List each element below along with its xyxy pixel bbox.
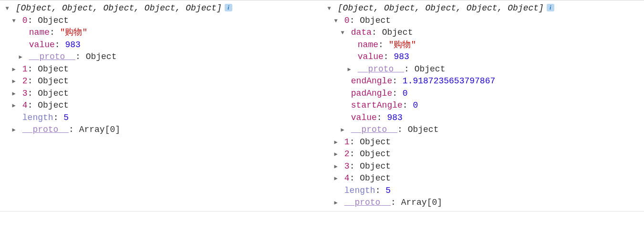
chevron-right-icon[interactable]: ▶: [332, 149, 339, 161]
tree-row[interactable]: value: 983: [326, 112, 644, 124]
object-index: 2: [344, 149, 350, 159]
tree-row[interactable]: ▶ __proto__: Object: [4, 51, 322, 63]
object-index: 3: [344, 161, 350, 171]
chevron-right-icon[interactable]: ▶: [10, 64, 17, 76]
length-key: length: [344, 186, 375, 195]
console-object-right: ▼ [Object, Object, Object, Object, Objec…: [322, 2, 644, 209]
chevron-down-icon[interactable]: ▼: [339, 27, 346, 40]
chevron-right-icon[interactable]: ▶: [10, 124, 17, 137]
tree-row[interactable]: name: "购物": [326, 39, 644, 51]
tree-row[interactable]: ▶ __proto__: Array[0]: [326, 197, 644, 209]
object-index: 2: [22, 76, 28, 86]
prop-value: 1.9187235653797867: [403, 76, 495, 86]
proto-key: __proto__: [351, 125, 397, 134]
tree-row[interactable]: ▶ 4: Object: [326, 172, 644, 185]
object-type: Object: [382, 28, 413, 37]
proto-key: __proto__: [358, 64, 404, 74]
object-index: 0: [344, 16, 350, 25]
prop-key: padAngle: [351, 89, 392, 98]
proto-value: Object: [86, 52, 117, 61]
prop-value: 983: [65, 40, 80, 50]
tree-row[interactable]: ▶ 1: Object: [4, 63, 322, 76]
length-key: length: [22, 113, 53, 122]
chevron-right-icon[interactable]: ▶: [332, 173, 339, 185]
array-summary-row[interactable]: ▼ [Object, Object, Object, Object, Objec…: [4, 2, 322, 15]
prop-value: 0: [413, 100, 418, 110]
prop-key: value: [29, 40, 55, 50]
tree-row[interactable]: ▶ 3: Object: [326, 161, 644, 173]
console-output: ▼ [Object, Object, Object, Object, Objec…: [0, 0, 644, 211]
prop-key: endAngle: [351, 76, 392, 86]
proto-key: __proto__: [22, 125, 69, 134]
array-summary-row[interactable]: ▼ [Object, Object, Object, Object, Objec…: [326, 2, 644, 15]
chevron-down-icon[interactable]: ▼: [4, 3, 10, 15]
object-index: 0: [22, 16, 28, 25]
object-index: 4: [22, 100, 28, 110]
prop-value: 0: [403, 89, 408, 98]
tree-row[interactable]: ▶ 3: Object: [4, 88, 322, 100]
array-summary: [Object, Object, Object, Object, Object]: [338, 3, 544, 13]
proto-value: Array[0]: [401, 198, 442, 207]
chevron-right-icon[interactable]: ▶: [332, 137, 339, 149]
info-icon[interactable]: i: [547, 4, 554, 11]
object-index: 4: [344, 173, 350, 183]
chevron-down-icon[interactable]: ▼: [332, 15, 339, 28]
tree-row[interactable]: ▼ 0: Object: [326, 15, 644, 27]
chevron-down-icon[interactable]: ▼: [10, 15, 17, 28]
tree-row[interactable]: value: 983: [326, 51, 644, 63]
tree-row[interactable]: ▶ 4: Object: [4, 100, 322, 112]
tree-row[interactable]: ▼ 0: Object: [4, 15, 322, 27]
console-object-left: ▼ [Object, Object, Object, Object, Objec…: [0, 2, 322, 209]
tree-row[interactable]: name: "购物": [4, 27, 322, 39]
prop-value: 983: [394, 52, 409, 61]
tree-row[interactable]: ▶ 1: Object: [326, 136, 644, 149]
length-value: 5: [63, 113, 69, 122]
tree-row[interactable]: ▶ __proto__: Object: [326, 124, 644, 136]
tree-row[interactable]: ▼ data: Object: [326, 27, 644, 39]
proto-value: Array[0]: [79, 125, 120, 134]
prop-key: value: [351, 113, 377, 122]
prop-key: data: [351, 28, 372, 37]
array-summary: [Object, Object, Object, Object, Object]: [16, 3, 222, 13]
object-index: 1: [22, 64, 28, 74]
length-value: 5: [385, 186, 391, 195]
chevron-right-icon[interactable]: ▶: [10, 76, 17, 88]
chevron-right-icon[interactable]: ▶: [332, 197, 339, 210]
chevron-right-icon[interactable]: ▶: [17, 51, 24, 64]
object-index: 3: [22, 89, 28, 98]
object-index: 1: [344, 137, 350, 147]
proto-value: Object: [408, 125, 439, 134]
prop-key: name: [358, 40, 378, 50]
prop-key: name: [29, 28, 50, 37]
chevron-right-icon[interactable]: ▶: [339, 124, 346, 137]
tree-row[interactable]: ▶ __proto__: Object: [326, 63, 644, 76]
object-type: Object: [360, 16, 391, 25]
tree-row[interactable]: length: 5: [326, 185, 644, 197]
proto-key: __proto__: [29, 52, 75, 61]
tree-row[interactable]: endAngle: 1.9187235653797867: [326, 75, 644, 88]
prop-value: "购物": [389, 40, 416, 50]
proto-key: __proto__: [344, 198, 391, 207]
proto-value: Object: [415, 64, 446, 74]
tree-row[interactable]: padAngle: 0: [326, 88, 644, 100]
prop-key: value: [358, 52, 384, 61]
chevron-right-icon[interactable]: ▶: [332, 161, 339, 173]
prop-key: startAngle: [351, 100, 403, 110]
tree-row[interactable]: ▶ 2: Object: [326, 148, 644, 161]
info-icon[interactable]: i: [225, 4, 232, 11]
object-type: Object: [38, 16, 69, 25]
chevron-right-icon[interactable]: ▶: [10, 88, 17, 100]
prop-value: "购物": [60, 28, 88, 37]
chevron-right-icon[interactable]: ▶: [10, 100, 17, 112]
tree-row[interactable]: ▶ 2: Object: [4, 75, 322, 88]
chevron-down-icon[interactable]: ▼: [326, 3, 332, 15]
prop-value: 983: [387, 113, 402, 122]
tree-row[interactable]: startAngle: 0: [326, 100, 644, 112]
tree-row[interactable]: ▶ __proto__: Array[0]: [4, 124, 322, 136]
chevron-right-icon[interactable]: ▶: [346, 64, 353, 76]
tree-row[interactable]: value: 983: [4, 39, 322, 51]
tree-row[interactable]: length: 5: [4, 112, 322, 124]
